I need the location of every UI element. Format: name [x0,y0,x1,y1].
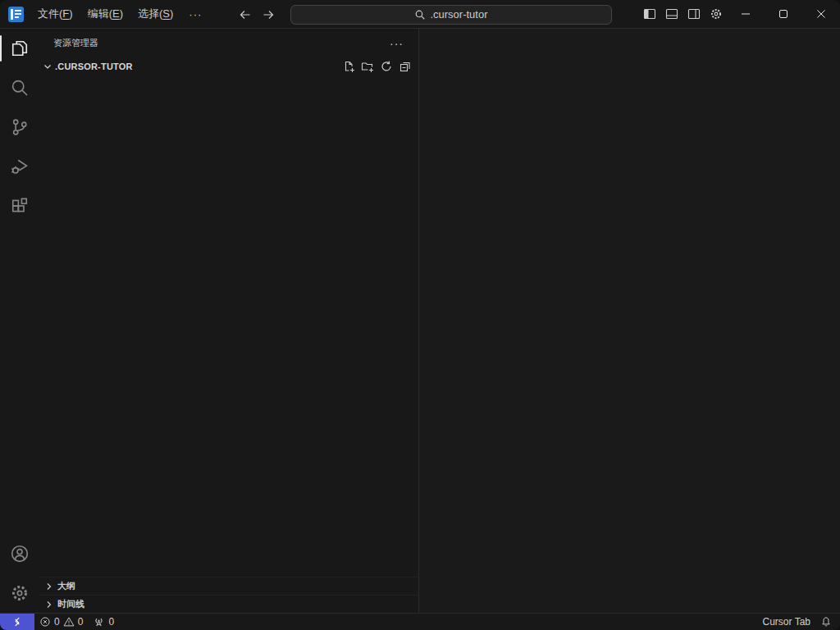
section-timeline[interactable]: 时间线 [39,595,418,613]
new-folder-icon[interactable] [361,60,374,73]
main-area: 资源管理器 ··· .CURSOR-TUTOR [0,29,840,613]
remote-indicator[interactable] [0,614,34,630]
error-count: 0 [54,616,60,628]
ports-indicator[interactable]: 0 [88,614,119,630]
workspace-folder-row[interactable]: .CURSOR-TUTOR [39,57,418,75]
activity-settings[interactable] [0,573,39,613]
search-value: .cursor-tutor [430,8,487,21]
minimize-icon [740,8,751,20]
git-branch-icon [10,117,30,137]
editor-area[interactable] [419,29,840,613]
arrow-right-icon [262,8,275,21]
chevron-down-icon [41,60,54,73]
menu-bar: 文件(F) 编辑(E) 选择(S) ··· [30,3,210,25]
cursor-tab-toggle[interactable]: Cursor Tab [755,616,819,628]
notifications-button[interactable] [819,614,840,630]
activity-explorer[interactable] [0,29,39,68]
bell-icon [820,616,832,628]
radio-tower-icon [93,616,105,628]
menu-file[interactable]: 文件(F) [30,3,80,25]
nav-forward-button[interactable] [259,6,277,24]
chevron-right-icon [43,580,56,593]
workspace-folder-name: .CURSOR-TUTOR [55,62,342,71]
chevron-right-icon [43,598,56,611]
activity-extensions[interactable] [0,186,39,226]
new-file-icon[interactable] [342,60,355,73]
activity-search[interactable] [0,68,39,107]
close-icon [815,8,827,20]
error-icon [39,616,51,628]
activity-account[interactable] [0,534,39,573]
extensions-icon [10,196,30,216]
layout-sidebar-left-icon [643,7,656,21]
app-window: 文件(F) 编辑(E) 选择(S) ··· .cursor-tutor [0,0,840,630]
titlebar-settings-button[interactable] [705,3,727,25]
app-logo-icon [8,7,24,22]
sidebar-explorer: 资源管理器 ··· .CURSOR-TUTOR [39,29,419,613]
files-icon [10,39,30,58]
refresh-icon[interactable] [380,60,393,73]
menu-selection[interactable]: 选择(S) [130,3,180,25]
window-close-button[interactable] [802,0,840,28]
collapse-all-icon[interactable] [399,60,412,73]
ports-count: 0 [108,616,114,628]
file-tree-empty-area[interactable] [39,75,418,577]
gear-icon [710,7,723,21]
activity-bar [0,29,39,613]
nav-back-button[interactable] [236,6,254,24]
warning-count: 0 [78,616,84,628]
debug-play-icon [10,157,30,176]
toggle-secondary-sidebar-button[interactable] [682,3,705,25]
statusbar-right: Cursor Tab [755,614,840,630]
window-maximize-button[interactable] [765,0,802,28]
titlebar-right-controls [638,0,840,28]
remote-icon [11,616,23,628]
section-outline-label: 大纲 [57,580,75,592]
explorer-actions [342,60,412,73]
search-icon [414,9,426,21]
menu-edit[interactable]: 编辑(E) [80,3,130,25]
activity-bar-spacer [0,226,39,534]
account-icon [10,544,30,564]
explorer-title: 资源管理器 [53,37,386,49]
explorer-more-button[interactable]: ··· [386,35,407,52]
title-bar: 文件(F) 编辑(E) 选择(S) ··· .cursor-tutor [0,0,840,29]
menu-more-button[interactable]: ··· [180,5,210,24]
layout-sidebar-right-icon [687,7,701,21]
activity-source-control[interactable] [0,107,39,147]
search-input[interactable]: .cursor-tutor [290,5,612,25]
explorer-header: 资源管理器 ··· [39,29,418,57]
command-center: .cursor-tutor [236,0,612,29]
section-timeline-label: 时间线 [57,598,84,610]
window-minimize-button[interactable] [727,0,765,28]
maximize-icon [778,8,789,20]
problems-indicator[interactable]: 0 0 [34,614,88,630]
status-bar: 0 0 0 Cursor Tab [0,613,840,630]
section-outline[interactable]: 大纲 [39,577,418,595]
toggle-panel-button[interactable] [660,3,682,25]
activity-run-debug[interactable] [0,147,39,186]
gear-icon [10,583,30,603]
arrow-left-icon [239,8,252,21]
layout-panel-icon [665,7,678,21]
toggle-sidebar-button[interactable] [638,3,660,25]
warning-icon [63,616,75,628]
search-icon [10,78,30,98]
